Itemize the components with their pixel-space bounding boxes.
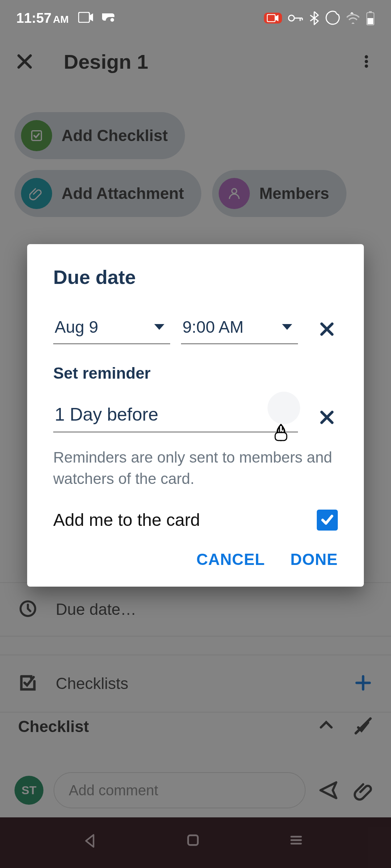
vpn-key-icon [288,14,304,22]
date-select[interactable]: Aug 9 [53,314,170,344]
reminder-select[interactable]: 1 Day before [53,400,298,433]
svg-point-8 [110,18,114,22]
battery-icon [366,11,375,25]
clear-date-icon[interactable] [316,318,338,340]
status-bar: 11:57AM [0,0,391,36]
dnd-icon [325,10,340,26]
reminder-value: 1 Day before [55,404,158,425]
reminder-dropdown-button[interactable] [268,392,300,424]
reminder-section-label: Set reminder [53,364,338,382]
svg-rect-12 [369,11,372,13]
svg-rect-7 [79,12,89,22]
status-time: 11:57AM [16,10,69,26]
add-me-label: Add me to the card [53,510,200,530]
dialog-title: Due date [53,266,338,288]
due-date-dialog: Due date Aug 9 9:00 AM Set reminder 1 Da… [27,244,364,587]
record-indicator-icon [264,13,282,24]
done-button[interactable]: DONE [290,550,338,569]
svg-point-10 [289,15,294,21]
chevron-down-icon [282,324,292,330]
clear-reminder-icon[interactable] [316,407,338,428]
video-icon [78,12,94,23]
svg-rect-13 [367,18,373,24]
svg-rect-9 [267,14,275,22]
date-value: Aug 9 [55,317,98,337]
chevron-down-icon [154,324,164,330]
cancel-button[interactable]: CANCEL [197,550,265,569]
wifi-icon [346,12,360,24]
time-select[interactable]: 9:00 AM [181,314,298,344]
reminder-help-text: Reminders are only sent to members and w… [53,447,338,490]
add-me-checkbox[interactable] [317,510,338,531]
bluetooth-icon [310,11,319,25]
time-value: 9:00 AM [182,317,244,337]
cast-icon [101,12,115,23]
